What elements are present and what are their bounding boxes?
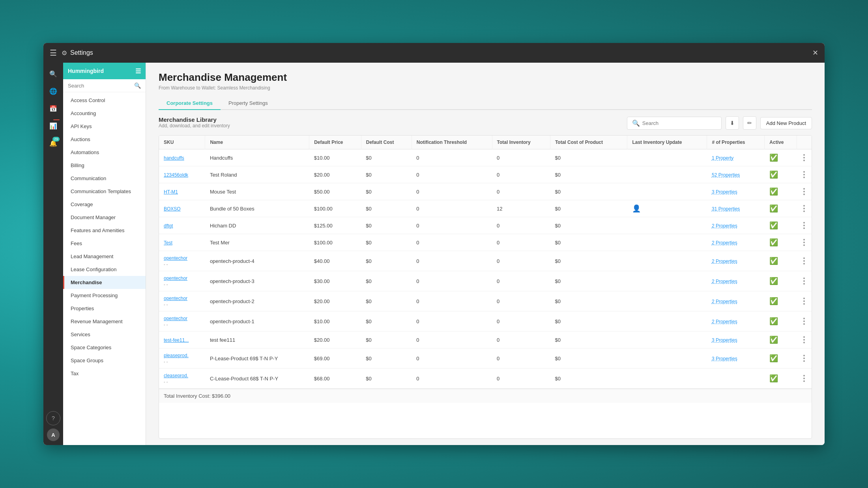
sidebar-item-merchandise[interactable]: Merchandise — [63, 276, 146, 289]
sidebar-item-lead-management[interactable]: Lead Management — [63, 250, 146, 263]
row-menu-button[interactable] — [801, 205, 807, 212]
cell-total-inventory: 0 — [492, 271, 550, 291]
row-menu-button[interactable] — [801, 257, 807, 264]
sidebar-item-tax[interactable]: Tax — [63, 367, 146, 380]
merch-search-input[interactable] — [642, 120, 716, 126]
sidebar-item-accounting[interactable]: Accounting — [63, 107, 146, 120]
sidebar-item-billing[interactable]: Billing — [63, 159, 146, 172]
properties-link[interactable]: 1 Property — [712, 155, 733, 161]
cell-total-cost-product: $0 — [550, 183, 627, 200]
content-header: Merchandise Management From Warehouse to… — [146, 63, 825, 110]
sku-link[interactable]: test-fee11... — [164, 337, 189, 343]
sidebar-item-space-categories[interactable]: Space Categories — [63, 341, 146, 354]
sidebar-icon-notification[interactable]: 🔔 29 — [46, 136, 60, 150]
tab-corporate-settings[interactable]: Corporate Settings — [159, 97, 221, 110]
row-menu-button[interactable] — [801, 278, 807, 285]
search-input[interactable] — [68, 83, 134, 89]
cell-num-properties: 3 Properties — [707, 332, 765, 348]
cell-total-inventory: 0 — [492, 149, 550, 166]
col-header-total_cost_product: Total Cost of Product — [550, 136, 627, 149]
properties-link[interactable]: 3 Properties — [712, 356, 737, 361]
properties-link[interactable]: 2 Properties — [712, 223, 737, 229]
sku-link[interactable]: opentechor — [164, 276, 187, 281]
sidebar-icon-help[interactable]: ? — [46, 411, 60, 425]
sku-link[interactable]: opentechor — [164, 296, 187, 301]
nav-header-toggle-icon[interactable]: ☰ — [135, 67, 141, 75]
sku-link[interactable]: opentechor — [164, 316, 187, 321]
sku-link[interactable]: handcuffs — [164, 155, 184, 161]
page-title: Merchandise Management — [159, 71, 812, 84]
col-header-name: Name — [205, 136, 309, 149]
cell-default-price: $10.00 — [309, 311, 361, 332]
close-icon[interactable]: ✕ — [812, 48, 818, 57]
icon-sidebar: 🔍 🌐 📅 📊 🔔 29 ? A — [43, 63, 63, 445]
sku-link[interactable]: dftgt — [164, 223, 173, 229]
row-menu-button[interactable] — [801, 355, 807, 362]
row-menu-button[interactable] — [801, 336, 807, 343]
sidebar-item-automations[interactable]: Automations — [63, 146, 146, 159]
sku-link[interactable]: cleaseprod. — [164, 373, 188, 378]
sku-link[interactable]: opentechor — [164, 255, 187, 261]
cell-name: test fee111 — [205, 332, 309, 348]
row-menu-button[interactable] — [801, 154, 807, 161]
sku-link[interactable]: HT-M1 — [164, 189, 178, 195]
table-row: BOXSOBundle of 50 Boxes$100.00$0012$0👤31… — [159, 200, 812, 217]
row-menu-button[interactable] — [801, 375, 807, 382]
table-row: HT-M1Mouse Test$50.00$000$03 Properties✅ — [159, 183, 812, 200]
col-header-total_inventory: Total Inventory — [492, 136, 550, 149]
sidebar-item-communication-templates[interactable]: Communication Templates — [63, 185, 146, 198]
cell-default-price: $30.00 — [309, 271, 361, 291]
cell-num-properties: 3 Properties — [707, 348, 765, 369]
active-checkmark: ✅ — [769, 354, 778, 362]
properties-link[interactable]: 2 Properties — [712, 279, 737, 284]
properties-link[interactable]: 2 Properties — [712, 259, 737, 264]
row-menu-button[interactable] — [801, 298, 807, 305]
sidebar-icon-activity[interactable]: 📊 — [46, 119, 60, 133]
sidebar-item-api-keys[interactable]: API Keys — [63, 120, 146, 133]
row-menu-button[interactable] — [801, 222, 807, 229]
sidebar-item-space-groups[interactable]: Space Groups — [63, 354, 146, 367]
sku-link[interactable]: BOXSO — [164, 206, 181, 212]
properties-link[interactable]: 2 Properties — [712, 299, 737, 304]
sku-link[interactable]: Test — [164, 240, 172, 246]
properties-link[interactable]: 3 Properties — [712, 189, 737, 195]
sidebar-item-communication[interactable]: Communication — [63, 172, 146, 185]
cell-sku: Test — [159, 234, 205, 251]
row-menu-button[interactable] — [801, 318, 807, 325]
row-menu-button[interactable] — [801, 188, 807, 195]
download-button[interactable]: ⬇ — [726, 116, 739, 130]
properties-link[interactable]: 2 Properties — [712, 240, 737, 246]
sidebar-icon-search[interactable]: 🔍 — [46, 67, 60, 81]
sidebar-icon-globe[interactable]: 🌐 — [46, 84, 60, 98]
cell-notification-threshold: 0 — [412, 251, 492, 271]
hamburger-icon[interactable]: ☰ — [50, 48, 57, 58]
add-new-product-button[interactable]: Add New Product — [760, 117, 812, 129]
sidebar-item-access-control[interactable]: Access Control — [63, 94, 146, 107]
edit-button[interactable]: ✏ — [743, 116, 756, 130]
sidebar-icon-calendar[interactable]: 📅 — [46, 101, 60, 115]
sku-link[interactable]: 123456oldk — [164, 172, 188, 178]
cell-row-menu — [797, 234, 812, 251]
row-menu-button[interactable] — [801, 239, 807, 246]
tab-property-settings[interactable]: Property Settings — [221, 97, 276, 110]
sidebar-item-revenue-management[interactable]: Revenue Management — [63, 315, 146, 328]
sidebar-item-features-and-amenities[interactable]: Features and Amenities — [63, 224, 146, 237]
properties-link[interactable]: 31 Properties — [712, 206, 740, 212]
sidebar-item-properties[interactable]: Properties — [63, 302, 146, 315]
cell-total-cost-product: $0 — [550, 311, 627, 332]
sidebar-item-coverage[interactable]: Coverage — [63, 198, 146, 211]
sidebar-item-lease-configuration[interactable]: Lease Configuration — [63, 263, 146, 276]
cell-row-menu — [797, 183, 812, 200]
row-menu-button[interactable] — [801, 171, 807, 178]
properties-link[interactable]: 2 Properties — [712, 319, 737, 324]
properties-link[interactable]: 52 Properties — [712, 172, 740, 178]
sidebar-item-services[interactable]: Services — [63, 328, 146, 341]
properties-link[interactable]: 3 Properties — [712, 337, 737, 343]
sidebar-item-auctions[interactable]: Auctions — [63, 133, 146, 146]
avatar[interactable]: A — [47, 428, 60, 441]
sidebar-item-fees[interactable]: Fees — [63, 237, 146, 250]
sidebar-item-payment-processing[interactable]: Payment Processing — [63, 289, 146, 302]
sidebar-item-document-manager[interactable]: Document Manager — [63, 211, 146, 224]
sku-link[interactable]: pleaseprod. — [164, 353, 189, 358]
cell-total-cost-product: $0 — [550, 200, 627, 217]
